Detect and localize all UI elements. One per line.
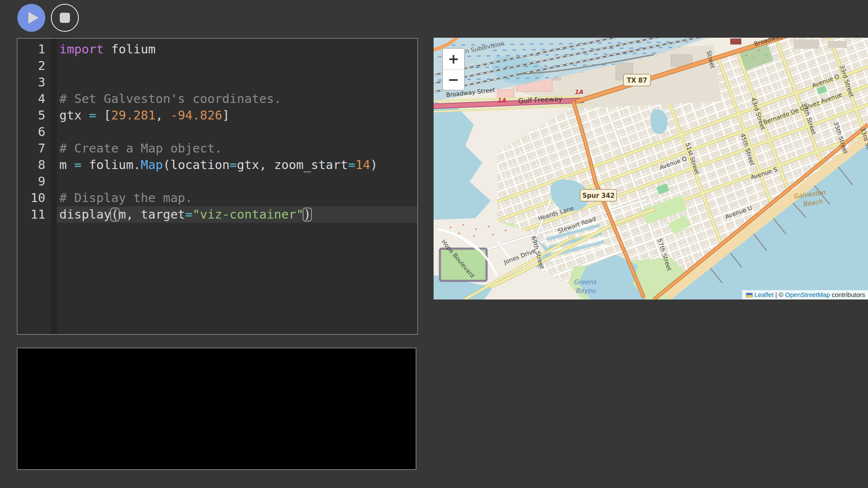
code-line[interactable]: 7# Create a Map object. [17,140,417,157]
svg-text:TX 87: TX 87 [627,77,647,84]
code-line[interactable]: 3 [17,74,417,91]
output-console[interactable] [17,348,416,470]
map-canvas: TX 87Spur 342 ton SubdivisionBroadway St… [434,38,868,299]
code-text: # Display the map. [57,190,417,206]
code-line[interactable]: 4# Set Galveston's coordinates. [17,91,417,107]
code-text: # Set Galveston's coordinates. [57,91,417,107]
code-line[interactable]: 5gtx = [29.281, -94.826] [17,107,417,124]
map-label: 1A [497,97,506,104]
code-lines: 1import folium234# Set Galveston's coord… [17,41,417,223]
code-text: display(m, target="viz-container") [57,206,417,223]
code-text [57,124,417,140]
map-viewport[interactable]: TX 87Spur 342 ton SubdivisionBroadway St… [434,38,868,299]
code-text: import folium [57,41,417,58]
line-number: 9 [17,173,51,190]
zoom-in-button[interactable]: + [443,49,464,69]
code-text: gtx = [29.281, -94.826] [57,107,417,124]
line-number: 2 [17,58,51,74]
contributors-text: contributors [830,291,865,298]
code-line[interactable]: 1import folium [17,41,417,58]
line-number: 7 [17,140,51,157]
line-number: 3 [17,74,51,91]
code-editor[interactable]: 1import folium234# Set Galveston's coord… [17,38,418,335]
line-number: 10 [17,190,51,206]
copyright-symbol: © [779,291,785,298]
line-number: 1 [17,41,51,58]
route-badge: TX 87 [623,74,651,86]
map-attribution: Leaflet | © OpenStreetMap contributors [742,290,868,299]
route-badge: Spur 342 [580,189,617,201]
code-line[interactable]: 10# Display the map. [17,190,417,206]
code-line[interactable]: 8m = folium.Map(location=gtx, zoom_start… [17,157,417,173]
run-button[interactable] [17,4,45,32]
code-line[interactable]: 9 [17,173,417,190]
zoom-control: + − [442,48,465,91]
svg-text:Spur 342: Spur 342 [582,192,615,200]
code-line[interactable]: 6 [17,124,417,140]
map-label: Greens [573,278,596,286]
ukraine-flag-icon [746,293,753,297]
code-text: m = folium.Map(location=gtx, zoom_start=… [57,157,417,173]
code-text [57,173,417,190]
stop-icon [60,13,70,23]
code-text: # Create a Map object. [57,140,417,157]
play-icon [28,12,39,24]
map-label: Bayou [576,287,596,294]
code-text [57,74,417,91]
osm-link[interactable]: OpenStreetMap [785,291,830,298]
line-number: 11 [17,206,51,223]
code-line[interactable]: 11display(m, target="viz-container") [17,206,417,223]
attribution-separator: | [773,291,779,298]
code-line[interactable]: 2 [17,58,417,74]
zoom-out-button[interactable]: − [443,69,464,90]
app-window: 1import folium234# Set Galveston's coord… [0,0,868,488]
code-text [57,58,417,74]
line-number: 5 [17,107,51,124]
stop-button[interactable] [51,4,79,32]
map-label: 1A [574,89,583,95]
line-number: 8 [17,157,51,173]
line-number: 6 [17,124,51,140]
line-number: 4 [17,91,51,107]
leaflet-link[interactable]: Leaflet [754,291,773,298]
